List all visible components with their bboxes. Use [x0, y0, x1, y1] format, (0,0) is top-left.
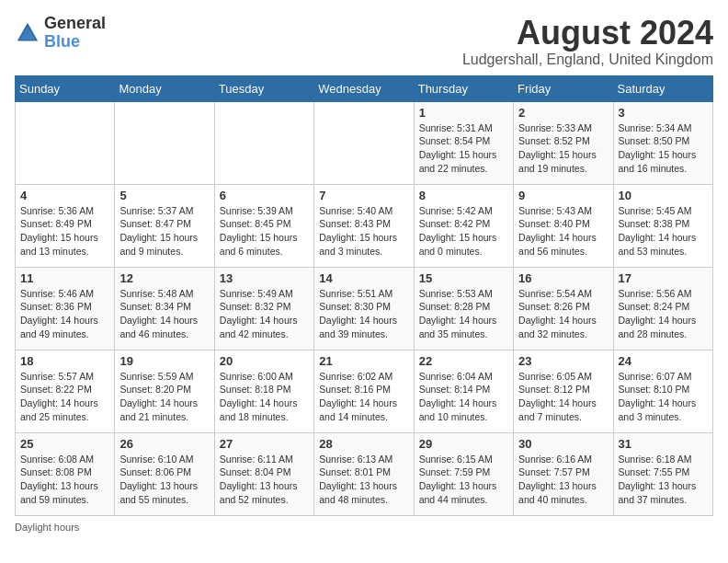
day-cell: 5Sunrise: 5:37 AM Sunset: 8:47 PM Daylig… — [115, 184, 214, 267]
day-number: 15 — [419, 271, 508, 285]
day-info: Sunrise: 5:53 AM Sunset: 8:28 PM Dayligh… — [419, 287, 508, 341]
day-cell: 19Sunrise: 5:59 AM Sunset: 8:20 PM Dayli… — [115, 350, 214, 432]
day-cell: 10Sunrise: 5:45 AM Sunset: 8:38 PM Dayli… — [613, 184, 712, 267]
day-cell: 18Sunrise: 5:57 AM Sunset: 8:22 PM Dayli… — [16, 350, 115, 432]
day-number: 23 — [518, 354, 608, 368]
title-block: August 2024 Ludgershall, England, United… — [462, 15, 713, 68]
day-cell — [214, 101, 313, 184]
day-cell: 7Sunrise: 5:40 AM Sunset: 8:43 PM Daylig… — [314, 184, 414, 267]
day-info: Sunrise: 5:59 AM Sunset: 8:20 PM Dayligh… — [119, 370, 209, 424]
header-sunday: Sunday — [16, 75, 115, 101]
week-row-5: 25Sunrise: 6:08 AM Sunset: 8:08 PM Dayli… — [16, 432, 713, 515]
day-info: Sunrise: 6:02 AM Sunset: 8:16 PM Dayligh… — [319, 370, 408, 424]
calendar-header-row: SundayMondayTuesdayWednesdayThursdayFrid… — [16, 75, 713, 101]
day-info: Sunrise: 5:31 AM Sunset: 8:54 PM Dayligh… — [419, 121, 508, 176]
day-info: Sunrise: 6:08 AM Sunset: 8:08 PM Dayligh… — [20, 453, 109, 507]
day-info: Sunrise: 5:40 AM Sunset: 8:43 PM Dayligh… — [319, 204, 408, 259]
header-tuesday: Tuesday — [214, 75, 313, 101]
day-info: Sunrise: 5:57 AM Sunset: 8:22 PM Dayligh… — [20, 370, 109, 424]
day-number: 16 — [518, 271, 608, 285]
footer-note: Daylight hours — [15, 522, 713, 533]
calendar-title: August 2024 — [462, 15, 713, 52]
day-number: 26 — [119, 437, 209, 451]
day-info: Sunrise: 6:10 AM Sunset: 8:06 PM Dayligh… — [119, 453, 209, 507]
day-info: Sunrise: 5:33 AM Sunset: 8:52 PM Dayligh… — [518, 121, 608, 176]
day-info: Sunrise: 6:13 AM Sunset: 8:01 PM Dayligh… — [319, 453, 408, 507]
day-cell: 1Sunrise: 5:31 AM Sunset: 8:54 PM Daylig… — [414, 101, 513, 184]
day-cell: 13Sunrise: 5:49 AM Sunset: 8:32 PM Dayli… — [214, 267, 313, 350]
day-cell: 2Sunrise: 5:33 AM Sunset: 8:52 PM Daylig… — [514, 101, 613, 184]
logo-general: General — [44, 15, 106, 33]
day-number: 18 — [20, 354, 109, 368]
week-row-2: 4Sunrise: 5:36 AM Sunset: 8:49 PM Daylig… — [16, 184, 713, 267]
day-info: Sunrise: 5:45 AM Sunset: 8:38 PM Dayligh… — [619, 204, 708, 259]
day-cell: 17Sunrise: 5:56 AM Sunset: 8:24 PM Dayli… — [613, 267, 712, 350]
logo-blue: Blue — [44, 33, 106, 52]
day-number: 4 — [20, 189, 109, 202]
day-cell — [314, 101, 414, 184]
day-cell: 29Sunrise: 6:15 AM Sunset: 7:59 PM Dayli… — [414, 432, 513, 515]
header-monday: Monday — [115, 75, 214, 101]
day-number: 31 — [619, 437, 708, 451]
header-thursday: Thursday — [414, 75, 513, 101]
header-wednesday: Wednesday — [314, 75, 414, 101]
day-cell: 6Sunrise: 5:39 AM Sunset: 8:45 PM Daylig… — [214, 184, 313, 267]
day-info: Sunrise: 5:39 AM Sunset: 8:45 PM Dayligh… — [220, 204, 309, 259]
day-info: Sunrise: 5:34 AM Sunset: 8:50 PM Dayligh… — [619, 121, 708, 176]
week-row-4: 18Sunrise: 5:57 AM Sunset: 8:22 PM Dayli… — [16, 350, 713, 432]
day-cell: 15Sunrise: 5:53 AM Sunset: 8:28 PM Dayli… — [414, 267, 513, 350]
day-number: 28 — [319, 437, 408, 451]
day-cell: 12Sunrise: 5:48 AM Sunset: 8:34 PM Dayli… — [115, 267, 214, 350]
daylight-label: Daylight hours — [15, 522, 79, 533]
day-cell: 24Sunrise: 6:07 AM Sunset: 8:10 PM Dayli… — [613, 350, 712, 432]
day-info: Sunrise: 6:07 AM Sunset: 8:10 PM Dayligh… — [619, 370, 708, 424]
page-header: General Blue August 2024 Ludgershall, En… — [15, 15, 713, 68]
day-cell: 28Sunrise: 6:13 AM Sunset: 8:01 PM Dayli… — [314, 432, 414, 515]
day-number: 5 — [119, 189, 209, 202]
day-number: 13 — [220, 271, 309, 285]
day-number: 22 — [419, 354, 508, 368]
day-info: Sunrise: 5:48 AM Sunset: 8:34 PM Dayligh… — [119, 287, 209, 341]
day-number: 20 — [220, 354, 309, 368]
week-row-3: 11Sunrise: 5:46 AM Sunset: 8:36 PM Dayli… — [16, 267, 713, 350]
day-number: 25 — [20, 437, 109, 451]
day-cell: 25Sunrise: 6:08 AM Sunset: 8:08 PM Dayli… — [16, 432, 115, 515]
day-number: 21 — [319, 354, 408, 368]
day-info: Sunrise: 6:05 AM Sunset: 8:12 PM Dayligh… — [518, 370, 608, 424]
day-info: Sunrise: 5:54 AM Sunset: 8:26 PM Dayligh… — [518, 287, 608, 341]
calendar-subtitle: Ludgershall, England, United Kingdom — [462, 52, 713, 68]
day-info: Sunrise: 6:16 AM Sunset: 7:57 PM Dayligh… — [518, 453, 608, 507]
day-number: 14 — [319, 271, 408, 285]
week-row-1: 1Sunrise: 5:31 AM Sunset: 8:54 PM Daylig… — [16, 101, 713, 184]
day-info: Sunrise: 6:18 AM Sunset: 7:55 PM Dayligh… — [619, 453, 708, 507]
day-info: Sunrise: 5:51 AM Sunset: 8:30 PM Dayligh… — [319, 287, 408, 341]
day-cell: 27Sunrise: 6:11 AM Sunset: 8:04 PM Dayli… — [214, 432, 313, 515]
day-cell: 30Sunrise: 6:16 AM Sunset: 7:57 PM Dayli… — [514, 432, 613, 515]
day-info: Sunrise: 5:43 AM Sunset: 8:40 PM Dayligh… — [518, 204, 608, 259]
day-cell — [16, 101, 115, 184]
day-number: 24 — [619, 354, 708, 368]
day-cell: 21Sunrise: 6:02 AM Sunset: 8:16 PM Dayli… — [314, 350, 414, 432]
calendar-table: SundayMondayTuesdayWednesdayThursdayFrid… — [15, 75, 713, 516]
day-cell: 4Sunrise: 5:36 AM Sunset: 8:49 PM Daylig… — [16, 184, 115, 267]
day-cell: 23Sunrise: 6:05 AM Sunset: 8:12 PM Dayli… — [514, 350, 613, 432]
header-friday: Friday — [514, 75, 613, 101]
day-number: 9 — [518, 189, 608, 202]
day-info: Sunrise: 5:56 AM Sunset: 8:24 PM Dayligh… — [619, 287, 708, 341]
day-number: 11 — [20, 271, 109, 285]
day-info: Sunrise: 5:36 AM Sunset: 8:49 PM Dayligh… — [20, 204, 109, 259]
day-cell: 20Sunrise: 6:00 AM Sunset: 8:18 PM Dayli… — [214, 350, 313, 432]
day-number: 2 — [518, 106, 608, 120]
day-number: 6 — [220, 189, 309, 202]
day-cell: 3Sunrise: 5:34 AM Sunset: 8:50 PM Daylig… — [613, 101, 712, 184]
day-cell: 8Sunrise: 5:42 AM Sunset: 8:42 PM Daylig… — [414, 184, 513, 267]
day-number: 12 — [119, 271, 209, 285]
logo: General Blue — [15, 15, 106, 52]
day-number: 19 — [119, 354, 209, 368]
day-info: Sunrise: 6:15 AM Sunset: 7:59 PM Dayligh… — [419, 453, 508, 507]
header-saturday: Saturday — [613, 75, 712, 101]
day-info: Sunrise: 6:00 AM Sunset: 8:18 PM Dayligh… — [220, 370, 309, 424]
day-number: 3 — [619, 106, 708, 120]
day-cell — [115, 101, 214, 184]
day-info: Sunrise: 5:49 AM Sunset: 8:32 PM Dayligh… — [220, 287, 309, 341]
